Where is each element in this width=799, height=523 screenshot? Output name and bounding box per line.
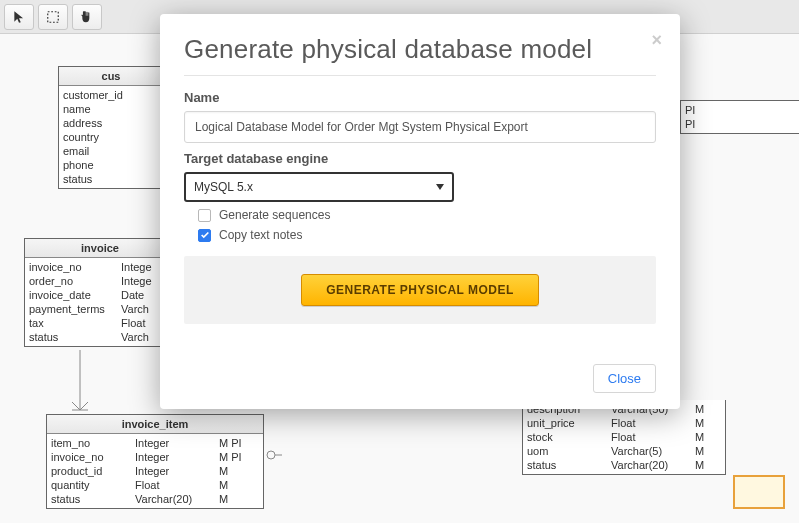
- entity-field-row: invoice_noIntege: [29, 260, 171, 274]
- entity-body: descriptionVarchar(50)Munit_priceFloatMs…: [523, 400, 725, 474]
- entity-body: invoice_noIntegeorder_noIntegeinvoice_da…: [25, 258, 175, 346]
- pointer-tool-button[interactable]: [4, 4, 34, 30]
- entity-invoice-item[interactable]: invoice_item item_noIntegerM PIinvoice_n…: [46, 414, 264, 509]
- entity-field-row: order_noIntege: [29, 274, 171, 288]
- entity-invoice[interactable]: invoice invoice_noIntegeorder_noIntegein…: [24, 238, 176, 347]
- entity-right-bottom[interactable]: descriptionVarchar(50)Munit_priceFloatMs…: [522, 400, 726, 475]
- entity-header: cus: [59, 67, 163, 86]
- entity-field-row: customer_id: [63, 88, 159, 102]
- entity-field-row: statusVarchar(20)M: [527, 458, 721, 472]
- entity-body: PIPI: [681, 101, 799, 133]
- entity-field-row: invoice_noIntegerM PI: [51, 450, 259, 464]
- entity-header: invoice: [25, 239, 175, 258]
- entity-field-row: PI: [685, 117, 795, 131]
- generate-area: GENERATE PHYSICAL MODEL: [184, 256, 656, 324]
- close-button[interactable]: Close: [593, 364, 656, 393]
- entity-body: item_noIntegerM PIinvoice_noIntegerM PIp…: [47, 434, 263, 508]
- generate-physical-model-dialog: × Generate physical database model Name …: [160, 14, 680, 409]
- entity-field-row: unit_priceFloatM: [527, 416, 721, 430]
- entity-field-row: address: [63, 116, 159, 130]
- entity-customer[interactable]: cus customer_idnameaddresscountryemailph…: [58, 66, 164, 189]
- svg-line-3: [72, 402, 80, 410]
- entity-field-row: PI: [685, 103, 795, 117]
- connector-endpoint: [264, 448, 282, 462]
- entity-field-row: taxFloat: [29, 316, 171, 330]
- entity-field-row: statusVarch: [29, 330, 171, 344]
- engine-select-value: MySQL 5.x: [194, 180, 253, 194]
- checkbox-checked-icon: [198, 229, 211, 242]
- close-icon[interactable]: ×: [651, 30, 662, 51]
- generate-sequences-option[interactable]: Generate sequences: [198, 208, 656, 222]
- dialog-title: Generate physical database model: [184, 34, 656, 65]
- entity-field-row: item_noIntegerM PI: [51, 436, 259, 450]
- marquee-tool-button[interactable]: [38, 4, 68, 30]
- entity-field-row: country: [63, 130, 159, 144]
- entity-field-row: name: [63, 102, 159, 116]
- entity-right-top[interactable]: PIPI: [680, 100, 799, 134]
- entity-field-row: payment_termsVarch: [29, 302, 171, 316]
- entity-field-row: phone: [63, 158, 159, 172]
- engine-select[interactable]: MySQL 5.x: [184, 172, 454, 202]
- entity-field-row: uomVarchar(5)M: [527, 444, 721, 458]
- entity-body: customer_idnameaddresscountryemailphones…: [59, 86, 163, 188]
- name-input[interactable]: [184, 111, 656, 143]
- hand-tool-button[interactable]: [72, 4, 102, 30]
- entity-field-row: product_idIntegerM: [51, 464, 259, 478]
- connector-line: [60, 350, 100, 420]
- engine-label: Target database engine: [184, 151, 656, 166]
- entity-field-row: stockFloatM: [527, 430, 721, 444]
- generate-button[interactable]: GENERATE PHYSICAL MODEL: [301, 274, 539, 306]
- minimap[interactable]: [733, 475, 785, 509]
- dialog-footer: Close: [184, 364, 656, 393]
- svg-line-4: [80, 402, 88, 410]
- name-label: Name: [184, 90, 656, 105]
- option-label: Copy text notes: [219, 228, 302, 242]
- chevron-down-icon: [436, 184, 444, 190]
- checkbox-icon: [198, 209, 211, 222]
- option-label: Generate sequences: [219, 208, 330, 222]
- svg-rect-0: [48, 11, 59, 22]
- copy-text-notes-option[interactable]: Copy text notes: [198, 228, 656, 242]
- entity-field-row: status: [63, 172, 159, 186]
- entity-field-row: quantityFloatM: [51, 478, 259, 492]
- entity-field-row: email: [63, 144, 159, 158]
- svg-point-5: [267, 451, 275, 459]
- divider: [184, 75, 656, 76]
- entity-field-row: invoice_dateDate: [29, 288, 171, 302]
- entity-field-row: statusVarchar(20)M: [51, 492, 259, 506]
